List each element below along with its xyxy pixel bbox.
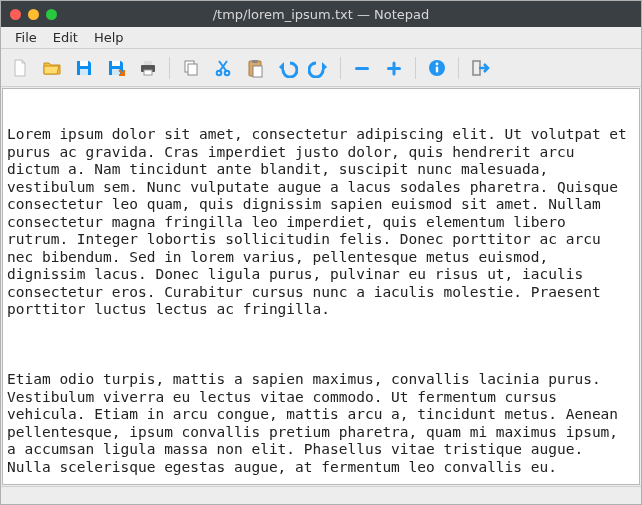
svg-rect-14 bbox=[355, 67, 369, 70]
zoom-in-icon bbox=[384, 58, 404, 78]
svg-rect-1 bbox=[80, 69, 88, 75]
print-button[interactable] bbox=[135, 55, 161, 81]
svg-rect-16 bbox=[393, 61, 396, 75]
menu-help[interactable]: Help bbox=[86, 28, 132, 47]
svg-rect-19 bbox=[436, 66, 438, 72]
exit-icon bbox=[470, 58, 490, 78]
svg-rect-2 bbox=[112, 61, 120, 66]
paste-button[interactable] bbox=[242, 55, 268, 81]
close-window-button[interactable] bbox=[10, 9, 21, 20]
paragraph[interactable]: Lorem ipsum dolor sit amet, consectetur … bbox=[7, 126, 635, 319]
svg-rect-20 bbox=[473, 61, 480, 75]
undo-button[interactable] bbox=[274, 55, 300, 81]
redo-icon bbox=[308, 58, 330, 78]
svg-point-18 bbox=[436, 62, 439, 65]
new-file-icon bbox=[10, 58, 30, 78]
print-icon bbox=[138, 58, 158, 78]
open-folder-icon bbox=[42, 58, 62, 78]
toolbar-separator bbox=[458, 57, 459, 79]
paragraph[interactable]: Etiam odio turpis, mattis a sapien maxim… bbox=[7, 371, 635, 476]
zoom-in-button[interactable] bbox=[381, 55, 407, 81]
svg-rect-6 bbox=[144, 70, 152, 75]
svg-rect-8 bbox=[188, 64, 197, 75]
window-controls bbox=[1, 9, 57, 20]
toolbar-separator bbox=[340, 57, 341, 79]
svg-point-9 bbox=[217, 70, 222, 75]
cut-icon bbox=[213, 58, 233, 78]
redo-button[interactable] bbox=[306, 55, 332, 81]
copy-button[interactable] bbox=[178, 55, 204, 81]
statusbar bbox=[1, 486, 641, 504]
new-file-button[interactable] bbox=[7, 55, 33, 81]
svg-rect-12 bbox=[252, 60, 258, 63]
exit-button[interactable] bbox=[467, 55, 493, 81]
titlebar: /tmp/lorem_ipsum.txt — Notepad bbox=[1, 1, 641, 27]
svg-rect-13 bbox=[253, 66, 262, 77]
minimize-window-button[interactable] bbox=[28, 9, 39, 20]
zoom-out-icon bbox=[352, 58, 372, 78]
menubar: File Edit Help bbox=[1, 27, 641, 49]
svg-rect-5 bbox=[144, 61, 152, 65]
menu-file[interactable]: File bbox=[7, 28, 45, 47]
save-as-button[interactable] bbox=[103, 55, 129, 81]
save-icon bbox=[74, 58, 94, 78]
save-as-icon bbox=[106, 58, 126, 78]
editor-container: Lorem ipsum dolor sit amet, consectetur … bbox=[1, 87, 641, 486]
open-file-button[interactable] bbox=[39, 55, 65, 81]
paste-icon bbox=[245, 58, 265, 78]
save-button[interactable] bbox=[71, 55, 97, 81]
svg-rect-3 bbox=[112, 69, 120, 75]
cut-button[interactable] bbox=[210, 55, 236, 81]
copy-icon bbox=[181, 58, 201, 78]
toolbar bbox=[1, 49, 641, 87]
zoom-out-button[interactable] bbox=[349, 55, 375, 81]
app-window: /tmp/lorem_ipsum.txt — Notepad File Edit… bbox=[0, 0, 642, 505]
text-editor[interactable]: Lorem ipsum dolor sit amet, consectetur … bbox=[2, 88, 640, 485]
window-title: /tmp/lorem_ipsum.txt — Notepad bbox=[1, 7, 641, 22]
svg-rect-0 bbox=[80, 61, 88, 66]
maximize-window-button[interactable] bbox=[46, 9, 57, 20]
undo-icon bbox=[276, 58, 298, 78]
svg-point-10 bbox=[225, 70, 230, 75]
info-button[interactable] bbox=[424, 55, 450, 81]
toolbar-separator bbox=[415, 57, 416, 79]
toolbar-separator bbox=[169, 57, 170, 79]
info-icon bbox=[427, 58, 447, 78]
menu-edit[interactable]: Edit bbox=[45, 28, 86, 47]
